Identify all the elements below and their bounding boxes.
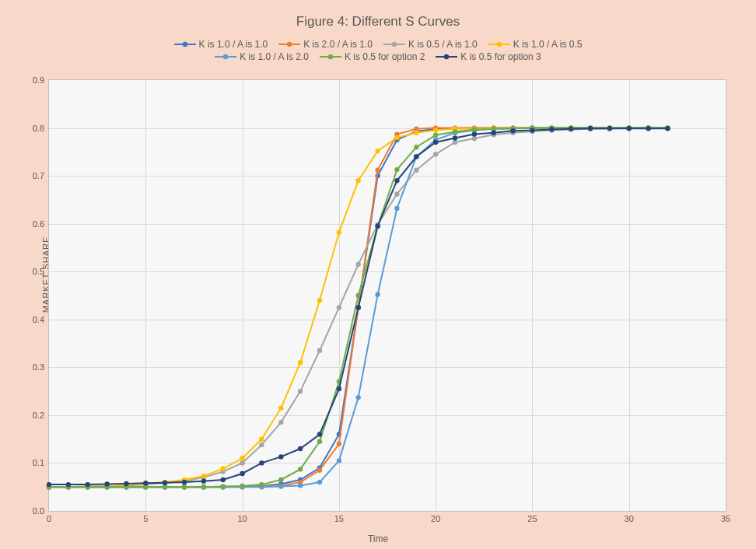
series-marker: [47, 484, 51, 489]
series-marker: [298, 483, 303, 488]
series-line: [49, 128, 667, 488]
series-marker: [221, 484, 226, 488]
y-tick-label: 0.9: [33, 75, 49, 85]
series-marker: [278, 484, 283, 488]
series-marker: [104, 481, 109, 486]
series-layer: [49, 80, 726, 511]
series-marker: [124, 484, 128, 489]
series-marker: [414, 129, 418, 134]
series-line: [49, 128, 667, 484]
series-marker: [472, 136, 477, 141]
legend-item: K is 0.5 / A is 1.0: [383, 39, 478, 50]
series-marker: [182, 484, 187, 489]
x-tick-label: 35: [721, 511, 730, 523]
series-marker: [278, 484, 283, 488]
series-marker: [124, 481, 128, 486]
series-marker: [182, 477, 187, 482]
series-marker: [375, 222, 380, 227]
series-marker: [47, 484, 51, 489]
series-marker: [414, 154, 418, 159]
series-marker: [221, 484, 226, 489]
series-marker: [414, 145, 418, 149]
series-marker: [259, 437, 264, 442]
series-marker: [356, 305, 361, 309]
series-line: [49, 128, 667, 488]
series-marker: [453, 127, 457, 131]
series-marker: [182, 479, 187, 484]
svg-point-7: [497, 42, 502, 47]
series-marker: [104, 484, 109, 489]
series-marker: [201, 479, 206, 484]
series-marker: [182, 480, 187, 484]
series-marker: [201, 484, 206, 489]
chart-title: Figure 4: Different S Curves: [0, 14, 756, 30]
series-marker: [201, 484, 206, 489]
legend-marker-icon: [436, 51, 457, 62]
series-marker: [356, 178, 361, 183]
series-marker: [66, 484, 71, 489]
series-marker: [221, 467, 226, 471]
series-marker: [298, 467, 303, 471]
gridline-horizontal: [49, 415, 726, 416]
gridline-vertical: [339, 80, 340, 511]
y-tick-label: 0.4: [33, 315, 49, 324]
series-marker: [47, 484, 51, 489]
series-marker: [298, 477, 303, 482]
legend-marker-icon: [320, 51, 341, 62]
legend-marker-icon: [383, 39, 405, 50]
svg-point-3: [287, 42, 292, 47]
series-marker: [201, 474, 206, 478]
legend-item: K is 1.0 / A is 0.5: [488, 39, 583, 50]
legend-item: K is 0.5 for option 3: [436, 51, 541, 62]
legend-item: K is 1.0 / A is 2.0: [215, 51, 309, 62]
series-marker: [394, 138, 399, 142]
y-tick-label: 0.5: [33, 267, 49, 276]
series-marker: [221, 477, 226, 482]
legend-marker-icon: [174, 39, 196, 50]
series-marker: [47, 484, 51, 489]
series-marker: [221, 484, 226, 489]
series-marker: [356, 305, 361, 309]
series-marker: [86, 484, 90, 489]
x-tick-label: 10: [237, 511, 247, 523]
series-marker: [453, 140, 457, 145]
series-marker: [394, 167, 399, 172]
legend-item: K is 1.0 / A is 1.0: [174, 39, 268, 50]
y-tick-label: 0.6: [33, 219, 49, 229]
series-marker: [163, 484, 167, 489]
legend-label: K is 0.5 for option 3: [460, 51, 541, 62]
series-marker: [472, 131, 477, 136]
series-marker: [394, 206, 399, 211]
series-marker: [278, 406, 283, 411]
legend-label: K is 2.0 / A is 1.0: [303, 39, 373, 50]
series-marker: [163, 484, 167, 489]
y-tick-label: 0.8: [33, 124, 49, 133]
svg-point-13: [444, 54, 449, 59]
series-marker: [492, 127, 496, 131]
chart-legend: K is 1.0 / A is 1.0 K is 2.0 / A is 1.0 …: [0, 39, 756, 64]
series-marker: [259, 442, 264, 447]
gridline-vertical: [532, 80, 533, 511]
series-marker: [104, 484, 109, 489]
gridline-vertical: [243, 80, 243, 511]
series-line: [49, 128, 667, 488]
series-marker: [104, 484, 109, 488]
svg-point-1: [182, 42, 187, 47]
svg-point-5: [392, 42, 397, 47]
series-marker: [86, 482, 90, 487]
gridline-horizontal: [49, 320, 726, 320]
x-tick-label: 20: [431, 511, 440, 523]
series-marker: [182, 484, 187, 489]
series-marker: [317, 439, 322, 444]
series-marker: [588, 127, 593, 131]
gridline-vertical: [629, 80, 630, 511]
y-tick-label: 0.2: [33, 411, 49, 420]
series-marker: [394, 135, 399, 140]
legend-row-2: K is 1.0 / A is 2.0 K is 0.5 for option …: [215, 51, 541, 62]
series-marker: [394, 178, 399, 183]
series-line: [49, 128, 667, 488]
series-marker: [259, 482, 264, 487]
series-marker: [317, 480, 322, 484]
x-tick-label: 0: [47, 511, 51, 523]
series-marker: [375, 149, 380, 153]
